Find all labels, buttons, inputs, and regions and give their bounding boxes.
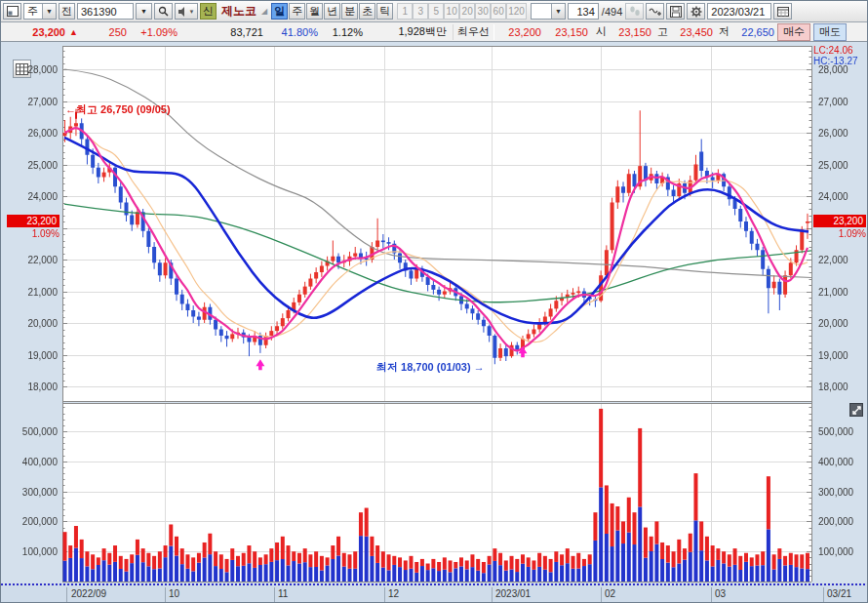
interval-button-3[interactable]: 3 (413, 3, 428, 20)
chart-type-combo[interactable]: 주 ▼ (23, 3, 57, 20)
price-axis-label-left: 22,000 (13, 255, 58, 265)
extra-combo[interactable]: ▼ (531, 3, 566, 20)
chevron-down-icon[interactable]: ▼ (42, 4, 56, 19)
period-high-annotation: ←최고 26,750 (09/05) (65, 102, 171, 117)
best-bid: 23,150 (541, 26, 588, 38)
price-change: 250 (82, 26, 127, 38)
price-axis-label-left: 18,000 (13, 382, 58, 392)
current-price-tag-right: 23,200 (813, 215, 866, 227)
interval-button-30[interactable]: 30 (475, 3, 491, 20)
stock-name: 제노코 (218, 3, 259, 20)
interval-button-60[interactable]: 60 (491, 3, 506, 20)
price-axis-label-right: 18,000 (818, 382, 848, 392)
chart-toolbar: 주 ▼ 전 361390 ▼ ▼ 신 제노코 ◢ 일주월년분초틱 1351020… (1, 1, 868, 22)
speaker-icon (178, 7, 188, 17)
volume-axis-label-right: 500,000 (818, 426, 853, 437)
price-axis-label-left: 25,000 (13, 160, 58, 171)
volume-axis-label-left: 400,000 (13, 457, 58, 467)
time-axis-separator (165, 587, 166, 603)
search-icon (158, 6, 169, 17)
up-arrow-icon: ▲ (69, 27, 78, 37)
period-button-년[interactable]: 년 (324, 3, 340, 20)
time-axis-separator (711, 587, 712, 603)
current-price-tag-left: 23,200 (7, 215, 59, 227)
period-button-일[interactable]: 일 (271, 3, 288, 20)
high-label: 고 (657, 24, 668, 39)
volume-ratio-prev: 41.80% (263, 26, 318, 38)
interval-button-120[interactable]: 120 (506, 3, 527, 20)
current-price-pct-right: 1.09% (813, 228, 866, 239)
symbol-dropdown-button[interactable]: ▼ (136, 3, 152, 20)
calendar-button[interactable] (773, 3, 792, 20)
best-quote-label: 최우선 (453, 24, 494, 40)
prev-stock-button[interactable]: 전 (59, 3, 75, 20)
sound-button[interactable]: ▼ (175, 3, 198, 20)
time-axis-label: 02 (605, 588, 615, 599)
period-button-틱[interactable]: 틱 (376, 3, 393, 20)
continuous-lookup-button[interactable] (625, 3, 644, 20)
panel-layout-icon (7, 6, 19, 17)
time-axis[interactable]: 2022/091011122023/01020303/21 (1, 583, 868, 603)
turnover-rate: 1.12% (318, 26, 363, 38)
high-price: 23,450 (668, 26, 713, 38)
period-button-초[interactable]: 초 (359, 3, 375, 20)
interval-button-5[interactable]: 5 (428, 3, 444, 20)
footprints-icon (629, 6, 641, 17)
time-axis-label: 2022/09 (71, 588, 106, 599)
time-axis-separator (601, 587, 602, 603)
period-button-분[interactable]: 분 (341, 3, 358, 20)
period-high-text: 최고 26,750 (09/05) (76, 103, 171, 115)
time-axis-label: 12 (388, 588, 399, 599)
volume-axis-label-right: 400,000 (818, 457, 853, 467)
time-axis-label: 10 (169, 588, 179, 599)
bar-total-label: /494 (601, 6, 623, 18)
period-button-월[interactable]: 월 (306, 3, 323, 20)
settings-button[interactable] (687, 3, 705, 20)
price-axis-label-right: 25,000 (818, 160, 848, 171)
volume-pane-expand-button[interactable] (849, 403, 863, 417)
price-axis-label-left: 26,000 (13, 128, 58, 139)
search-button[interactable] (154, 3, 173, 20)
open-label: 시 (596, 24, 607, 39)
new-stock-badge: 신 (200, 3, 217, 20)
price-axis-label-left: 28,000 (13, 64, 58, 75)
panel-layout-button[interactable] (3, 3, 21, 20)
chevron-down-icon: ▼ (189, 9, 195, 15)
symbol-input[interactable]: 361390 (77, 3, 134, 20)
chart-type-value: 주 (24, 4, 42, 19)
chart-window: 주 ▼ 전 361390 ▼ ▼ 신 제노코 ◢ 일주월년분초틱 1351020… (0, 0, 868, 603)
calendar-icon (777, 6, 789, 17)
gear-icon (690, 6, 702, 18)
price-axis-label-left: 24,000 (13, 191, 58, 202)
open-price: 23,150 (607, 26, 651, 38)
chevron-down-icon[interactable]: ▼ (551, 4, 565, 19)
trade-volume: 83,721 (178, 26, 263, 38)
period-button-주[interactable]: 주 (289, 3, 305, 20)
time-axis-label: 2023/01 (495, 588, 531, 599)
buy-button[interactable]: 매수 (777, 23, 810, 41)
right-arrow-icon: → (474, 361, 485, 373)
chart-canvas[interactable] (1, 42, 868, 603)
compare-chart-button[interactable] (646, 3, 664, 20)
price-axis-label-left: 21,000 (13, 287, 58, 298)
low-price: 22,650 (730, 26, 774, 38)
period-low-annotation: 최저 18,700 (01/03) → (376, 360, 485, 375)
time-axis-label: 11 (278, 588, 288, 599)
interval-button-10[interactable]: 10 (444, 3, 459, 20)
price-axis-label-right: 20,000 (818, 318, 848, 329)
interval-button-20[interactable]: 20 (459, 3, 475, 20)
left-arrow-icon: ← (65, 103, 76, 115)
expand-icon (852, 406, 861, 415)
sell-button[interactable]: 매도 (813, 23, 847, 41)
time-axis-separator (66, 587, 67, 603)
price-change-pct: +1.09% (127, 26, 178, 38)
time-axis-separator (823, 587, 824, 603)
date-input[interactable]: 2023/03/21 (707, 3, 771, 20)
best-ask: 23,200 (494, 26, 541, 38)
bar-count-input[interactable]: 134 (568, 3, 599, 20)
save-button[interactable] (666, 3, 685, 20)
time-axis-separator (274, 587, 275, 603)
volume-axis-label-left: 200,000 (13, 516, 58, 527)
price-axis-label-right: 28,000 (818, 64, 848, 75)
interval-button-1[interactable]: 1 (397, 3, 413, 20)
